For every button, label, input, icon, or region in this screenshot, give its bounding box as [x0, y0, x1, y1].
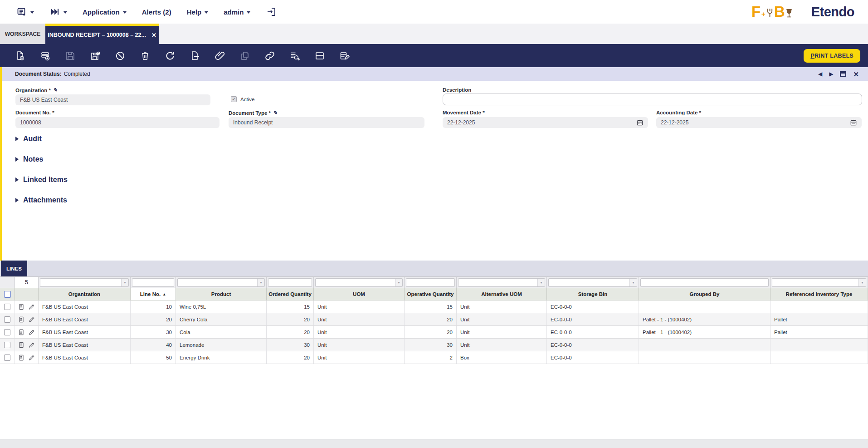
print-labels-button[interactable]: PRINT LABELS: [804, 49, 860, 63]
help-menu[interactable]: Help: [187, 8, 209, 16]
edit-row-icon[interactable]: [28, 341, 35, 349]
window-view-button[interactable]: [314, 50, 325, 61]
new-record-button[interactable]: [15, 50, 26, 61]
logout-button[interactable]: [266, 6, 277, 17]
quick-launch-button[interactable]: [49, 6, 67, 17]
table-row[interactable]: F&B US East Coast 20 Cherry Cola 20 Unit…: [0, 313, 868, 326]
row-checkbox[interactable]: [4, 329, 10, 335]
accounting-date-field[interactable]: 22-12-2025: [656, 117, 862, 128]
export-grid-button[interactable]: [190, 50, 200, 61]
new-row-grid-button[interactable]: [40, 50, 51, 61]
filter-dropdown-icon[interactable]: ▼: [858, 279, 866, 286]
table-row[interactable]: F&B US East Coast 50 Energy Drink 20 Uni…: [0, 351, 868, 364]
user-menu[interactable]: admin: [224, 8, 250, 16]
edit-row-icon[interactable]: [28, 316, 35, 323]
filter-uom[interactable]: ▼: [315, 278, 403, 287]
refresh-button[interactable]: [165, 50, 176, 61]
close-form-icon[interactable]: ✕: [853, 71, 859, 78]
workspace-menu-button[interactable]: [16, 6, 34, 17]
filter-dropdown-icon[interactable]: ▼: [121, 279, 128, 286]
open-form-icon[interactable]: [18, 316, 25, 323]
filter-dropdown-icon[interactable]: ▼: [537, 279, 545, 286]
movement-date-field[interactable]: 22-12-2025: [443, 117, 648, 128]
tab-close-icon[interactable]: ✕: [151, 32, 156, 39]
column-header-ordered-quantity[interactable]: Ordered Quantity: [267, 288, 314, 300]
table-row[interactable]: F&B US East Coast 10 Wine 0,75L 15 Unit …: [0, 300, 868, 313]
edit-row-icon[interactable]: [28, 329, 35, 336]
filter-dropdown-icon[interactable]: ▼: [257, 279, 264, 286]
open-form-icon[interactable]: [18, 341, 25, 349]
open-form-icon[interactable]: [18, 354, 25, 361]
cell-line-no: 10: [131, 300, 176, 313]
application-menu[interactable]: Application: [83, 8, 127, 16]
filter-operative-quantity[interactable]: [406, 278, 455, 287]
link-record-button[interactable]: [264, 50, 275, 61]
filter-storage-bin[interactable]: ▼: [548, 278, 637, 287]
section-audit[interactable]: Audit: [15, 135, 42, 143]
filter-dropdown-icon[interactable]: ▼: [395, 279, 402, 286]
column-header-referenced-inventory-type[interactable]: Referenced Inventory Type: [770, 288, 868, 300]
clone-record-button[interactable]: [239, 50, 250, 61]
column-header-product[interactable]: Product: [176, 288, 267, 300]
attachments-button[interactable]: [215, 50, 225, 61]
column-header-organization[interactable]: Organization: [39, 288, 131, 300]
save-button[interactable]: [65, 50, 76, 61]
column-header-storage-bin[interactable]: Storage Bin: [547, 288, 639, 300]
edit-row-icon[interactable]: [28, 303, 35, 310]
row-checkbox[interactable]: [4, 342, 10, 348]
column-header-uom[interactable]: UOM: [314, 288, 405, 300]
column-header-line-no[interactable]: Line No. ▲: [131, 288, 176, 300]
filter-ordered-quantity[interactable]: [268, 278, 312, 287]
organization-field[interactable]: F&B US East Coast: [15, 94, 210, 105]
filter-referenced-inventory-type[interactable]: ▼: [772, 278, 866, 287]
document-type-field[interactable]: Inbound Receipt: [229, 117, 424, 128]
filter-alternative-uom[interactable]: ▼: [458, 278, 545, 287]
save-view-button[interactable]: [90, 50, 101, 61]
grid-edit-button[interactable]: [339, 50, 350, 61]
cell-alternative-uom: Unit: [457, 313, 547, 325]
next-record-icon[interactable]: ▶: [829, 71, 833, 77]
column-header-alternative-uom[interactable]: Alternative UOM: [457, 288, 547, 300]
cell-operative-quantity: 20: [405, 326, 457, 338]
select-all-checkbox[interactable]: [4, 291, 11, 298]
column-header-operative-quantity[interactable]: Operative Quantity: [405, 288, 457, 300]
open-form-icon[interactable]: [18, 329, 25, 336]
tab-lines[interactable]: LINES: [1, 261, 27, 276]
edit-row-icon[interactable]: [28, 354, 35, 361]
tab-inbound-receipt[interactable]: INBOUND RECEIPT – 1000008 – 22... ✕: [45, 24, 159, 44]
filter-dropdown-icon[interactable]: ▼: [629, 279, 637, 286]
open-form-icon[interactable]: [18, 303, 25, 310]
organization-label: Organization * ✎: [15, 87, 57, 93]
section-attachments[interactable]: Attachments: [15, 196, 67, 204]
row-checkbox[interactable]: [4, 354, 10, 361]
section-notes[interactable]: Notes: [15, 155, 43, 163]
row-checkbox[interactable]: [4, 316, 10, 323]
delete-button[interactable]: [140, 50, 151, 61]
active-checkbox[interactable]: ✓: [231, 96, 237, 102]
cancel-button[interactable]: [115, 50, 126, 61]
cell-storage-bin: EC-0-0-0: [547, 300, 639, 313]
table-row[interactable]: F&B US East Coast 40 Lemonade 30 Unit 30…: [0, 339, 868, 351]
filter-line-no[interactable]: [132, 278, 174, 287]
section-linked-items[interactable]: Linked Items: [15, 176, 68, 184]
row-checkbox[interactable]: [4, 304, 10, 310]
description-input[interactable]: [443, 94, 862, 105]
previous-record-icon[interactable]: ◀: [818, 71, 822, 77]
processes-button[interactable]: [289, 50, 300, 61]
document-type-label: Document Type * ✎: [229, 110, 277, 116]
filter-organization[interactable]: ▼: [40, 278, 129, 287]
help-label: Help: [187, 8, 202, 16]
calendar-icon[interactable]: [636, 119, 644, 126]
tab-workspace[interactable]: WORKSPACE: [0, 24, 45, 44]
alerts-menu[interactable]: Alerts (2): [142, 8, 171, 16]
calendar-icon[interactable]: [850, 119, 857, 126]
document-no-field[interactable]: 1000008: [15, 117, 219, 128]
cell-product: Energy Drink: [176, 351, 267, 364]
column-header-grouped-by[interactable]: Grouped By: [639, 288, 770, 300]
application-menu-label: Application: [83, 8, 120, 16]
cell-operative-quantity: 2: [405, 351, 457, 364]
table-row[interactable]: F&B US East Coast 30 Cola 20 Unit 20 Uni…: [0, 326, 868, 339]
filter-grouped-by[interactable]: [640, 278, 769, 287]
filter-product[interactable]: ▼: [177, 278, 265, 287]
maximize-icon[interactable]: [840, 71, 846, 77]
